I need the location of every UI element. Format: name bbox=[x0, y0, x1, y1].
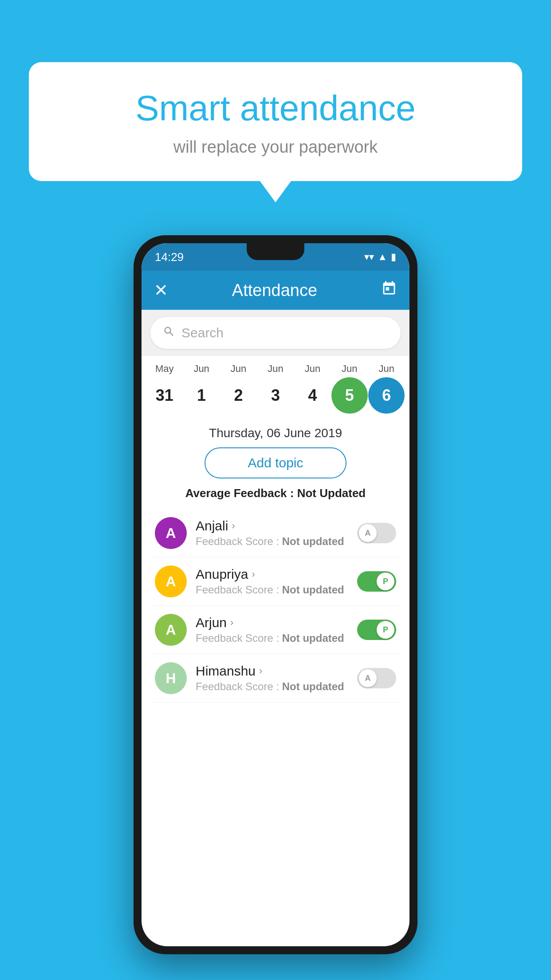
search-icon bbox=[163, 325, 175, 341]
toggle-thumb-anupriya: P bbox=[377, 573, 394, 590]
student-item-arjun[interactable]: A Arjun › Feedback Score : Not updated P bbox=[150, 606, 401, 654]
student-info-anjali: Anjali › Feedback Score : Not updated bbox=[196, 518, 357, 548]
search-input-placeholder: Search bbox=[181, 325, 224, 340]
date-3[interactable]: 3 bbox=[257, 377, 294, 414]
student-name-anjali: Anjali › bbox=[196, 518, 357, 533]
chevron-icon-himanshu: › bbox=[259, 665, 262, 677]
date-1[interactable]: 1 bbox=[183, 377, 220, 414]
bubble-title: Smart attendance bbox=[51, 89, 500, 128]
avg-feedback-label: Average Feedback : bbox=[185, 486, 297, 500]
toggle-absent-anjali[interactable]: A bbox=[357, 523, 396, 543]
month-5: Jun bbox=[331, 363, 368, 375]
avatar-himanshu: H bbox=[155, 662, 187, 694]
app-bar-title: Attendance bbox=[232, 281, 317, 300]
toggle-thumb-arjun: P bbox=[377, 621, 394, 639]
student-info-anupriya: Anupriya › Feedback Score : Not updated bbox=[196, 567, 357, 596]
student-name-anupriya: Anupriya › bbox=[196, 567, 357, 582]
month-row: May Jun Jun Jun Jun Jun Jun bbox=[146, 363, 405, 375]
search-container: Search bbox=[142, 310, 409, 356]
chevron-icon-arjun: › bbox=[230, 617, 233, 628]
month-2: Jun bbox=[220, 363, 257, 375]
toggle-himanshu[interactable]: A bbox=[357, 668, 396, 688]
toggle-thumb-himanshu: A bbox=[359, 669, 377, 687]
month-6: Jun bbox=[368, 363, 405, 375]
student-info-himanshu: Himanshu › Feedback Score : Not updated bbox=[196, 664, 357, 693]
toggle-present-anupriya[interactable]: P bbox=[357, 571, 396, 592]
search-bar[interactable]: Search bbox=[150, 317, 401, 349]
battery-icon: ▮ bbox=[391, 251, 396, 263]
selected-date: Thursday, 06 June 2019 bbox=[150, 417, 401, 447]
speech-bubble: Smart attendance will replace your paper… bbox=[29, 62, 522, 181]
app-bar: ✕ Attendance bbox=[142, 271, 409, 310]
feedback-anupriya: Feedback Score : Not updated bbox=[196, 584, 357, 596]
date-6-selected[interactable]: 6 bbox=[368, 377, 405, 414]
chevron-icon-anupriya: › bbox=[252, 569, 255, 580]
status-icons: ▾▾ ▲ ▮ bbox=[364, 251, 396, 263]
calendar-strip: May Jun Jun Jun Jun Jun Jun 31 1 2 3 4 5… bbox=[142, 356, 409, 417]
avg-feedback: Average Feedback : Not Updated bbox=[150, 486, 401, 500]
student-name-arjun: Arjun › bbox=[196, 615, 357, 630]
date-5-today[interactable]: 5 bbox=[331, 377, 368, 414]
month-1: Jun bbox=[183, 363, 220, 375]
toggle-arjun[interactable]: P bbox=[357, 620, 396, 640]
add-topic-button[interactable]: Add topic bbox=[205, 447, 346, 478]
avatar-anupriya: A bbox=[155, 565, 187, 597]
toggle-thumb-anjali: A bbox=[359, 524, 377, 542]
avatar-arjun: A bbox=[155, 614, 187, 646]
date-row: 31 1 2 3 4 5 6 bbox=[146, 377, 405, 414]
content-area: Thursday, 06 June 2019 Add topic Average… bbox=[142, 417, 409, 703]
month-3: Jun bbox=[257, 363, 294, 375]
wifi-icon: ▾▾ bbox=[364, 251, 374, 263]
student-item-anupriya[interactable]: A Anupriya › Feedback Score : Not update… bbox=[150, 557, 401, 606]
chevron-icon-anjali: › bbox=[232, 520, 235, 532]
speech-bubble-container: Smart attendance will replace your paper… bbox=[29, 62, 522, 181]
avg-feedback-value: Not Updated bbox=[297, 486, 366, 500]
toggle-present-arjun[interactable]: P bbox=[357, 620, 396, 640]
date-31[interactable]: 31 bbox=[146, 377, 183, 414]
feedback-arjun: Feedback Score : Not updated bbox=[196, 632, 357, 644]
phone-notch bbox=[247, 243, 304, 260]
student-name-himanshu: Himanshu › bbox=[196, 664, 357, 679]
status-time: 14:29 bbox=[155, 250, 184, 264]
signal-icon: ▲ bbox=[378, 251, 387, 263]
month-4: Jun bbox=[294, 363, 331, 375]
feedback-himanshu: Feedback Score : Not updated bbox=[196, 680, 357, 693]
student-list: A Anjali › Feedback Score : Not updated … bbox=[150, 509, 401, 703]
toggle-absent-himanshu[interactable]: A bbox=[357, 668, 396, 688]
toggle-anjali[interactable]: A bbox=[357, 523, 396, 543]
close-button[interactable]: ✕ bbox=[154, 281, 168, 300]
student-info-arjun: Arjun › Feedback Score : Not updated bbox=[196, 615, 357, 644]
date-4[interactable]: 4 bbox=[294, 377, 331, 414]
date-2[interactable]: 2 bbox=[220, 377, 257, 414]
avatar-anjali: A bbox=[155, 517, 187, 549]
bubble-subtitle: will replace your paperwork bbox=[51, 138, 500, 157]
feedback-anjali: Feedback Score : Not updated bbox=[196, 535, 357, 548]
calendar-button[interactable] bbox=[381, 281, 397, 300]
toggle-anupriya[interactable]: P bbox=[357, 571, 396, 592]
month-0: May bbox=[146, 363, 183, 375]
student-item-anjali[interactable]: A Anjali › Feedback Score : Not updated … bbox=[150, 509, 401, 557]
phone-inner: 14:29 ▾▾ ▲ ▮ ✕ Attendance bbox=[142, 243, 409, 946]
phone-frame: 14:29 ▾▾ ▲ ▮ ✕ Attendance bbox=[134, 235, 417, 954]
student-item-himanshu[interactable]: H Himanshu › Feedback Score : Not update… bbox=[150, 654, 401, 703]
